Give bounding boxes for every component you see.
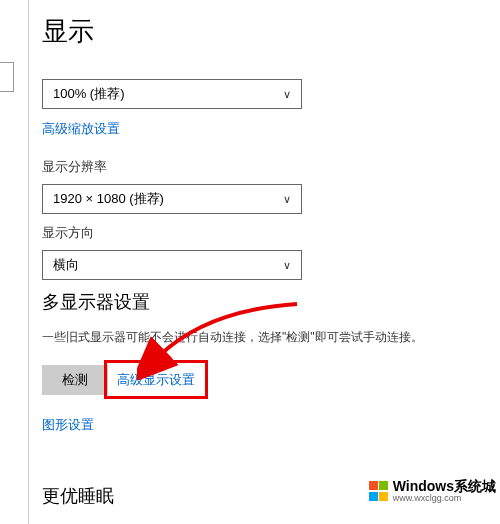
chevron-down-icon: ∨ <box>283 193 291 206</box>
graphics-settings-link[interactable]: 图形设置 <box>42 416 94 434</box>
resolution-value: 1920 × 1080 (推荐) <box>53 190 283 208</box>
highlight-annotation: 高级显示设置 <box>104 360 208 399</box>
chevron-down-icon: ∨ <box>283 88 291 101</box>
scale-value: 100% (推荐) <box>53 85 283 103</box>
advanced-display-link[interactable]: 高级显示设置 <box>117 371 195 389</box>
page-title: 显示 <box>42 14 500 49</box>
orientation-dropdown[interactable]: 横向 ∨ <box>42 250 302 280</box>
watermark-sub: www.wxclgg.com <box>393 494 496 504</box>
multi-display-heading: 多显示器设置 <box>42 290 500 314</box>
scale-dropdown[interactable]: 100% (推荐) ∨ <box>42 79 302 109</box>
orientation-value: 横向 <box>53 256 283 274</box>
chevron-down-icon: ∨ <box>283 259 291 272</box>
resolution-label: 显示分辨率 <box>42 158 500 176</box>
advanced-scaling-link[interactable]: 高级缩放设置 <box>42 120 120 138</box>
watermark-main: Windows系统城 <box>393 479 496 494</box>
scale-label-cutoff <box>42 67 500 75</box>
resolution-dropdown[interactable]: 1920 × 1080 (推荐) ∨ <box>42 184 302 214</box>
watermark: Windows系统城 www.wxclgg.com <box>365 477 500 506</box>
windows-logo-icon <box>369 481 389 501</box>
detect-button[interactable]: 检测 <box>42 365 108 395</box>
orientation-label: 显示方向 <box>42 224 500 242</box>
multi-display-help: 一些旧式显示器可能不会进行自动连接，选择"检测"即可尝试手动连接。 <box>42 328 500 346</box>
